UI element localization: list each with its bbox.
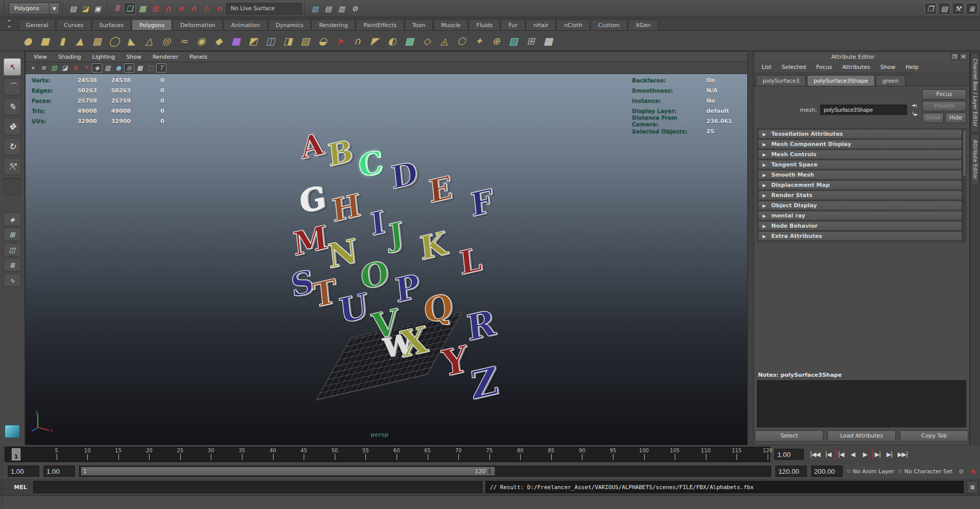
bevel-icon[interactable]: ◤: [366, 33, 383, 49]
shelf-tab[interactable]: Rendering: [311, 19, 355, 30]
letter-g[interactable]: G: [298, 181, 327, 218]
attribute-editor-toggle-icon[interactable]: ≣: [966, 3, 978, 15]
image-plane-icon[interactable]: ◪: [60, 63, 70, 72]
letter-u[interactable]: U: [337, 288, 370, 328]
fill-hole-icon[interactable]: ▧: [297, 33, 313, 49]
animation-end-field[interactable]: [811, 466, 843, 477]
shelf-tab[interactable]: Muscle: [433, 19, 468, 30]
separate-icon[interactable]: ◫: [262, 33, 279, 49]
letter-t[interactable]: T: [311, 275, 338, 313]
layout-outliner-split-button[interactable]: ≣: [4, 258, 21, 272]
range-slider-track[interactable]: 1 120 ▌: [79, 466, 771, 477]
uv-editor-icon[interactable]: ⊞: [523, 33, 539, 49]
multi-cut-icon[interactable]: ▩: [401, 33, 418, 49]
letter-v[interactable]: V: [370, 304, 400, 345]
mirror-geometry-icon[interactable]: ◐: [384, 33, 400, 49]
live-surface-field[interactable]: No Live Surface: [226, 3, 302, 14]
booleans-icon[interactable]: ■: [228, 33, 244, 49]
poly-helix-icon[interactable]: ≈: [176, 33, 192, 49]
panel-menu-item[interactable]: View: [29, 53, 52, 61]
new-scene-icon[interactable]: ▤: [67, 3, 79, 15]
attribute-section-header[interactable]: ▶ Extra Attributes: [758, 231, 965, 241]
poly-cylinder-icon[interactable]: ▮: [54, 33, 70, 49]
smooth-shade-icon[interactable]: ▥: [103, 63, 113, 72]
mel-command-input[interactable]: [33, 481, 482, 493]
close-icon[interactable]: ✕: [960, 53, 967, 60]
save-scene-icon[interactable]: ▣: [91, 3, 104, 15]
poly-prism-icon[interactable]: ◣: [124, 33, 140, 49]
layout-four-view-button[interactable]: ⊞: [4, 228, 21, 241]
poly-pipe-icon[interactable]: ◎: [158, 33, 175, 49]
menu-mode-dropdown[interactable]: Polygons ▼: [9, 3, 60, 15]
last-tool-slot[interactable]: [4, 178, 21, 195]
output-connections-icon[interactable]: └►: [910, 111, 919, 118]
use-default-material-icon[interactable]: ◎: [124, 63, 134, 72]
letter-p[interactable]: P: [394, 270, 421, 308]
script-editor-icon[interactable]: ≣: [967, 481, 978, 493]
attribute-section-header[interactable]: ▶ Node Behavior: [758, 221, 965, 231]
ae-menu-item[interactable]: Attributes: [838, 62, 874, 72]
letter-l[interactable]: L: [458, 243, 483, 280]
step-forward-frame-button[interactable]: ▶|: [885, 449, 895, 460]
ae-node-tab[interactable]: green: [876, 75, 905, 86]
shelf-tab[interactable]: Animation: [224, 19, 267, 30]
snap-to-grid-icon[interactable]: ⊞: [149, 3, 161, 15]
render-view-icon[interactable]: ▧: [309, 3, 321, 15]
letter-x[interactable]: X: [399, 321, 429, 363]
shelf-tab[interactable]: nCloth: [556, 19, 590, 30]
2d-pan-zoom-icon[interactable]: ⊕: [70, 63, 81, 72]
select-by-object-icon[interactable]: ❏: [124, 3, 136, 15]
shelf-tab[interactable]: Polygons: [132, 19, 172, 30]
letter-c[interactable]: C: [357, 146, 384, 182]
select-button[interactable]: Select: [755, 430, 823, 442]
panel-menu-item[interactable]: Panels: [184, 53, 212, 61]
input-connections-icon[interactable]: ◄┐: [910, 102, 919, 109]
open-scene-icon[interactable]: ◪: [79, 3, 91, 15]
lasso-tool[interactable]: ⌒: [4, 78, 21, 95]
range-handle-grip[interactable]: ▌: [488, 469, 493, 474]
scrollbar[interactable]: [962, 129, 966, 241]
letter-y[interactable]: Y: [440, 341, 469, 382]
camera-attributes-icon[interactable]: ≋: [38, 63, 48, 72]
wireframe-icon[interactable]: ◈: [92, 63, 102, 72]
poly-cone-icon[interactable]: ▲: [71, 33, 88, 49]
focus-button[interactable]: Focus: [922, 89, 966, 100]
letter-e[interactable]: E: [427, 172, 453, 207]
command-line-drag-handle[interactable]: [0, 479, 4, 495]
letter-z[interactable]: Z: [469, 361, 500, 405]
ae-menu-item[interactable]: Focus: [812, 62, 837, 72]
shelf-tab[interactable]: Fur: [501, 19, 525, 30]
set-key-icon[interactable]: ⊙: [957, 467, 966, 476]
quadrangulate-icon[interactable]: ⬡: [453, 33, 470, 49]
viewport-canvas[interactable]: Verts: 24538 24538 0 Edges: 50263 50263 …: [26, 74, 747, 445]
shelf-tab[interactable]: nHair: [526, 19, 556, 30]
shadows-icon[interactable]: ▩: [135, 63, 145, 72]
attribute-section-header[interactable]: ▶ Object Display: [758, 201, 965, 210]
snap-to-view-plane-icon[interactable]: ◇: [200, 3, 212, 15]
dock-vertical-tab[interactable]: Attribute Editor: [971, 134, 979, 185]
mel-toggle-button[interactable]: MEL: [9, 481, 32, 493]
letter-q[interactable]: Q: [422, 288, 454, 328]
poly-soccer-ball-icon[interactable]: ◉: [193, 33, 209, 49]
show-button[interactable]: Show: [922, 113, 944, 123]
poly-platonic-icon[interactable]: ◆: [210, 33, 227, 49]
attribute-section-header[interactable]: ▶ Tessellation Attributes: [758, 129, 965, 139]
textured-icon[interactable]: ●: [113, 63, 124, 72]
command-result-field[interactable]: // Result: D:/Freelancer_Asset/VARIOUS/A…: [485, 481, 964, 493]
ae-menu-item[interactable]: List: [757, 62, 776, 72]
attribute-section-header[interactable]: ▶ Smooth Mesh: [758, 170, 965, 180]
presets-button[interactable]: Presets: [922, 101, 966, 111]
ipr-render-icon[interactable]: ▥: [335, 3, 348, 15]
dock-vertical-tab[interactable]: Channel Box / Layer Editor: [971, 53, 979, 132]
channel-box-toggle-icon[interactable]: ▤: [938, 3, 950, 15]
isolate-select-icon[interactable]: ⬚: [145, 63, 156, 72]
select-camera-icon[interactable]: ⌖: [28, 63, 38, 72]
playback-start-field[interactable]: [8, 466, 39, 477]
layout-persp-graph-button[interactable]: ∿: [4, 274, 21, 287]
step-back-frame-button[interactable]: |◀: [823, 449, 834, 460]
attribute-section-header[interactable]: ▶ Displacement Map: [758, 180, 965, 190]
snap-to-point-icon[interactable]: ∩: [175, 3, 187, 15]
ae-menu-item[interactable]: Show: [876, 62, 900, 72]
merge-vertices-icon[interactable]: ⊕: [488, 33, 504, 49]
project-curve-icon[interactable]: ▨: [505, 33, 522, 49]
